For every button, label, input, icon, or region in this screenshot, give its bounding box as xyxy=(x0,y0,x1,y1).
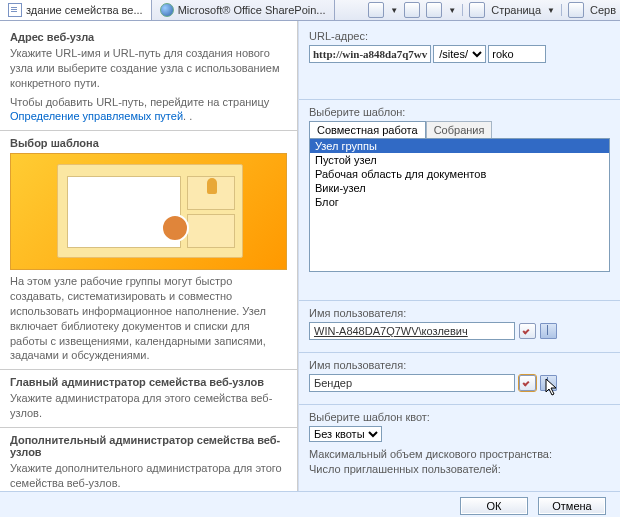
url-host: http://win-a848da7q7wv xyxy=(309,45,431,63)
section-title-secondary-admin: Дополнительный администратор семейства в… xyxy=(10,434,289,458)
list-item[interactable]: Блог xyxy=(310,195,609,209)
url-name-input[interactable] xyxy=(488,45,546,63)
tab-meetings[interactable]: Собрания xyxy=(426,121,493,138)
tools-menu-label[interactable]: Серв xyxy=(590,4,616,16)
ie-icon xyxy=(160,3,174,17)
ok-button[interactable]: ОК xyxy=(460,497,528,515)
template-label: Выберите шаблон: xyxy=(309,106,610,118)
browser-tabstrip: здание семейства ве... Microsoft® Office… xyxy=(0,0,620,21)
browser-tab-1[interactable]: здание семейства ве... xyxy=(0,0,152,20)
secondary-user-label: Имя пользователя: xyxy=(309,359,610,371)
quota-select[interactable]: Без квоты xyxy=(309,426,382,442)
quota-disk-label: Максимальный объем дискового пространств… xyxy=(309,448,610,460)
tab-collaboration[interactable]: Совместная работа xyxy=(309,121,426,138)
list-item[interactable]: Пустой узел xyxy=(310,153,609,167)
url-path-select[interactable]: /sites/ xyxy=(433,45,486,63)
template-preview-image xyxy=(10,153,287,270)
section-desc-url: Укажите URL-имя и URL-путь для создания … xyxy=(10,46,289,91)
left-column: Адрес веб-узла Укажите URL-имя и URL-пут… xyxy=(0,21,298,491)
right-column: URL-адрес: http://win-a848da7q7wv /sites… xyxy=(298,21,620,491)
footer: ОК Отмена xyxy=(0,491,620,517)
section-title-url: Адрес веб-узла xyxy=(10,31,289,43)
browser-tab-2[interactable]: Microsoft® Office SharePoin... xyxy=(152,0,335,20)
section-hint-url: Чтобы добавить URL-путь, перейдите на ст… xyxy=(10,95,289,125)
primary-user-label: Имя пользователя: xyxy=(309,307,610,319)
browse-users-icon[interactable] xyxy=(540,323,557,339)
check-names-icon[interactable] xyxy=(519,323,536,339)
section-desc-secondary-admin: Укажите дополнительного администратора д… xyxy=(10,461,289,491)
feed-icon[interactable] xyxy=(404,2,420,18)
tools-menu-icon[interactable] xyxy=(568,2,584,18)
cancel-button[interactable]: Отмена xyxy=(538,497,606,515)
template-tabstrip: Совместная работа Собрания xyxy=(309,121,610,138)
tab-label: здание семейства ве... xyxy=(26,4,143,16)
section-title-primary-admin: Главный администратор семейства веб-узло… xyxy=(10,376,289,388)
section-desc-primary-admin: Укажите администратора для этого семейст… xyxy=(10,391,289,421)
check-names-icon[interactable] xyxy=(519,375,536,391)
browse-users-icon[interactable] xyxy=(540,375,557,391)
list-item[interactable]: Вики-узел xyxy=(310,181,609,195)
url-label: URL-адрес: xyxy=(309,30,610,42)
primary-user-input[interactable] xyxy=(309,322,515,340)
url-row: http://win-a848da7q7wv /sites/ xyxy=(309,45,610,63)
list-item[interactable]: Рабочая область для документов xyxy=(310,167,609,181)
section-title-template: Выбор шаблона xyxy=(10,137,289,149)
quota-label: Выберите шаблон квот: xyxy=(309,411,610,423)
section-desc-template: На этом узле рабочие группы могут быстро… xyxy=(10,274,289,363)
secondary-user-input[interactable] xyxy=(309,374,515,392)
list-item[interactable]: Узел группы xyxy=(310,139,609,153)
page-menu-icon[interactable] xyxy=(469,2,485,18)
page-menu-label[interactable]: Страница xyxy=(491,4,541,16)
home-icon[interactable] xyxy=(368,2,384,18)
template-listbox[interactable]: Узел группы Пустой узел Рабочая область … xyxy=(309,138,610,272)
managed-paths-link[interactable]: Определение управляемых путей xyxy=(10,110,183,122)
quota-users-label: Число приглашенных пользователей: xyxy=(309,463,610,475)
tab-label: Microsoft® Office SharePoin... xyxy=(178,4,326,16)
browser-toolbar: ▼ ▼ Страница▼ Серв xyxy=(368,0,616,20)
page-icon xyxy=(8,3,22,17)
print-icon[interactable] xyxy=(426,2,442,18)
